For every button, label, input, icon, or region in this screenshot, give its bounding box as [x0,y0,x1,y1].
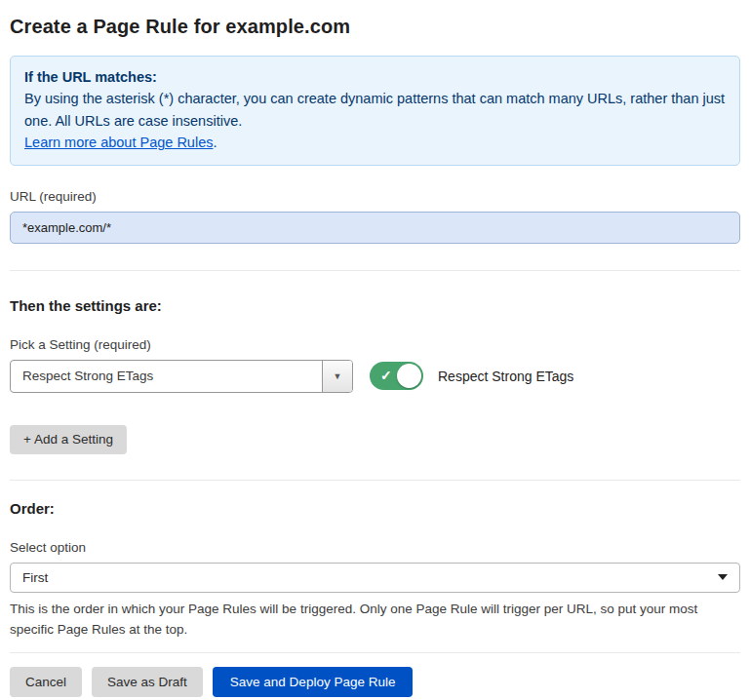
setting-toggle[interactable]: ✓ [370,362,423,390]
chevron-down-icon[interactable]: ▼ [322,361,352,392]
toggle-label: Respect Strong ETags [438,369,573,384]
divider [10,270,740,271]
setting-select-value: Respect Strong ETags [11,361,322,392]
order-section-heading: Order: [10,500,740,517]
footer-actions: Cancel Save as Draft Save and Deploy Pag… [10,667,740,697]
setting-row: Respect Strong ETags ▼ ✓ Respect Strong … [10,360,740,393]
cancel-button[interactable]: Cancel [10,667,82,697]
info-box-body: By using the asterisk (*) character, you… [24,88,726,132]
url-field-label: URL (required) [10,189,740,204]
link-period: . [213,135,217,150]
learn-more-link[interactable]: Learn more about Page Rules [24,135,213,150]
save-draft-button[interactable]: Save as Draft [92,667,203,697]
order-select-label: Select option [10,540,740,555]
setting-picker-label: Pick a Setting (required) [10,337,740,352]
page-title: Create a Page Rule for example.com [10,16,740,38]
setting-select[interactable]: Respect Strong ETags ▼ [10,360,353,393]
info-box-heading: If the URL matches: [24,66,726,88]
order-select[interactable]: First [10,563,740,593]
toggle-knob [397,364,421,388]
check-icon: ✓ [380,362,392,390]
save-deploy-button[interactable]: Save and Deploy Page Rule [213,667,414,697]
divider [10,480,740,481]
url-match-info-box: If the URL matches: By using the asteris… [10,56,740,166]
divider [10,652,740,653]
page-rule-form: Create a Page Rule for example.com If th… [0,0,750,700]
order-help-text: This is the order in which your Page Rul… [10,600,740,641]
settings-section-heading: Then the settings are: [10,297,740,314]
caret-down-icon [718,574,728,580]
url-input[interactable] [10,212,740,244]
order-select-value: First [22,570,48,585]
add-setting-button[interactable]: + Add a Setting [10,425,127,454]
